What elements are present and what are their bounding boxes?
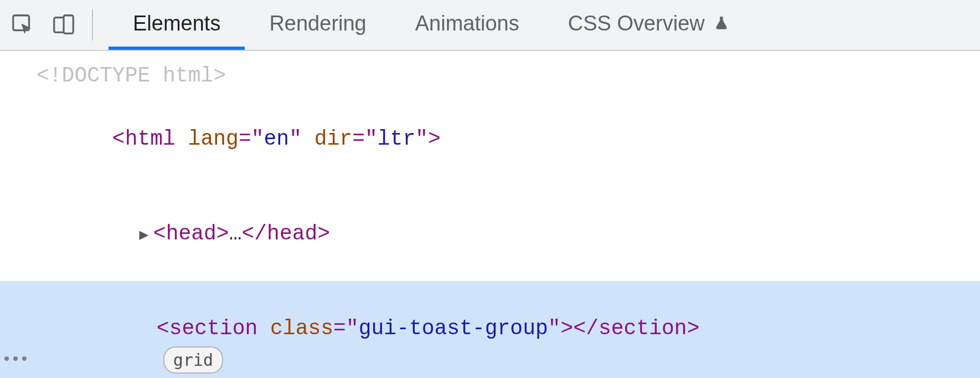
device-toolbar-icon[interactable]: [51, 12, 76, 38]
html-tag-open: <html: [112, 127, 176, 151]
elements-dom-tree[interactable]: <!DOCTYPE html> <html lang="en" dir="ltr…: [0, 51, 980, 378]
toolbar-icon-group: [10, 9, 93, 40]
dom-head-row[interactable]: ▶<head>…</head>: [0, 186, 980, 281]
tab-elements[interactable]: Elements: [109, 0, 245, 50]
section-empty-close: ></section>: [561, 316, 700, 340]
dom-html-open-row[interactable]: <html lang="en" dir="ltr">: [0, 91, 980, 186]
dom-doctype-row[interactable]: <!DOCTYPE html>: [0, 60, 980, 91]
disclosure-right-icon[interactable]: ▶: [136, 224, 152, 247]
inspect-element-icon[interactable]: [10, 12, 35, 38]
section-class-val: gui-toast-group: [359, 316, 548, 340]
tab-css-overview[interactable]: CSS Overview: [544, 0, 755, 50]
tab-css-overview-label: CSS Overview: [568, 12, 705, 35]
section-tag-open: <section: [157, 316, 257, 340]
layout-badge-grid[interactable]: grid: [163, 346, 223, 374]
tab-animations-label: Animations: [415, 12, 519, 35]
experiment-flask-icon: [713, 14, 730, 32]
dom-doctype: <!DOCTYPE html>: [30, 60, 226, 91]
panel-tabs: Elements Rendering Animations CSS Overvi…: [109, 0, 755, 50]
tab-animations[interactable]: Animations: [391, 0, 544, 50]
devtools-toolbar: Elements Rendering Animations CSS Overvi…: [0, 0, 980, 51]
head-ellipsis[interactable]: …: [229, 222, 242, 246]
row-actions-icon[interactable]: •••: [2, 348, 28, 372]
tab-rendering-label: Rendering: [269, 12, 366, 35]
html-dir-attr: dir: [302, 127, 352, 151]
tab-elements-label: Elements: [133, 12, 220, 35]
svg-rect-2: [64, 16, 73, 34]
head-open-tag: <head>: [153, 222, 229, 246]
html-lang-attr: lang: [176, 127, 239, 151]
section-class-attr: class: [257, 316, 333, 340]
html-dir-val: ltr: [378, 127, 415, 151]
head-close-tag: </head>: [241, 222, 330, 246]
html-lang-val: en: [264, 127, 290, 151]
dom-section-row-selected[interactable]: ••• <section class="gui-toast-group"></s…: [0, 281, 980, 378]
tab-rendering[interactable]: Rendering: [245, 0, 390, 50]
